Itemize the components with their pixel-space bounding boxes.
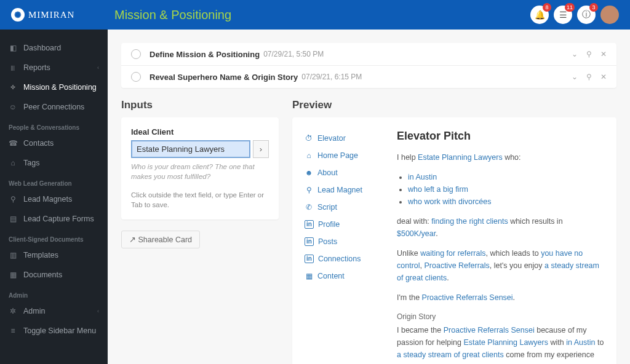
- task-list: Define Mission & Positioning 07/29/21, 5…: [121, 43, 616, 88]
- preview-nav-home-page[interactable]: ⌂Home Page: [305, 147, 385, 164]
- topbar: ✺ MIMIRAN Mission & Positioning 🔔8 ☰11 ⓘ…: [0, 0, 630, 30]
- preview-heading: Preview: [292, 99, 616, 111]
- preview-nav-script[interactable]: ✆Script: [305, 199, 385, 216]
- preview-nav-posts[interactable]: inPosts: [305, 233, 385, 250]
- preview-nav-connections[interactable]: inConnections: [305, 250, 385, 267]
- inputs-card: Ideal Client › Who is your dream client?…: [121, 117, 279, 220]
- sidebar: ◧Dashboard⫼Reports‹✧Mission & Positionin…: [0, 30, 108, 364]
- ideal-client-hint: Click outside the text field, or type En…: [131, 190, 269, 210]
- nav-icon: ☎: [9, 139, 17, 148]
- nav-icon: ⌂: [9, 159, 17, 167]
- ideal-client-help: Who is your dream client? The one that m…: [131, 162, 269, 181]
- notifications-button[interactable]: 🔔8: [530, 6, 549, 24]
- tasks-badge: 11: [565, 3, 575, 12]
- sidebar-item-contacts[interactable]: ☎Contacts: [0, 133, 108, 153]
- sidebar-item-peer-connections[interactable]: ☺Peer Connections: [0, 97, 108, 117]
- link-result[interactable]: $500K/year: [397, 229, 436, 238]
- preview-nav-content[interactable]: ▦Content: [305, 267, 385, 285]
- chevron-down-icon[interactable]: ⌄: [572, 50, 578, 58]
- nav-icon: ☺: [9, 103, 17, 111]
- nav-icon: ▤: [9, 215, 17, 223]
- sidebar-item-lead-magnets[interactable]: ⚲Lead Magnets: [0, 189, 108, 209]
- nav-icon: ✆: [305, 203, 313, 212]
- task-timestamp: 07/29/21, 5:50 PM: [263, 50, 324, 58]
- sidebar-item-mission-positioning[interactable]: ✧Mission & Positioning: [0, 77, 108, 97]
- link-os-client[interactable]: Estate Planning Lawyers: [463, 338, 548, 347]
- tasks-button[interactable]: ☰11: [554, 6, 572, 24]
- info-button[interactable]: ⓘ3: [577, 6, 596, 24]
- pin-icon[interactable]: ⚲: [586, 73, 592, 81]
- task-checkbox[interactable]: [131, 49, 141, 59]
- inputs-heading: Inputs: [121, 99, 279, 111]
- sidebar-item-reports[interactable]: ⫼Reports‹: [0, 58, 108, 77]
- sidebar-item-dashboard[interactable]: ◧Dashboard: [0, 38, 108, 58]
- sidebar-item-documents[interactable]: ▦Documents: [0, 265, 108, 285]
- notifications-badge: 8: [543, 3, 551, 12]
- task-checkbox[interactable]: [131, 72, 141, 82]
- task-title: Reveal Superhero Name & Origin Story: [150, 73, 298, 82]
- nav-icon: ⫼: [9, 63, 17, 72]
- origin-story-heading: Origin Story: [397, 311, 604, 323]
- sidebar-section-heading: Client-Signed Documents: [0, 229, 108, 245]
- nav-icon: ▥: [9, 251, 17, 259]
- topbar-actions: 🔔8 ☰11 ⓘ3: [530, 6, 619, 24]
- logo-text: MIMIRAN: [28, 10, 74, 20]
- elevator-pitch-body: I help Estate Planning Lawyers who: in A…: [397, 151, 604, 364]
- nav-icon: ◧: [9, 44, 17, 52]
- sidebar-item-admin[interactable]: ✲Admin‹: [0, 301, 108, 321]
- close-icon[interactable]: ✕: [600, 73, 607, 81]
- link-attr-2[interactable]: who work with divorcées: [408, 197, 491, 206]
- info-badge: 3: [589, 3, 598, 12]
- sidebar-section-heading: Web Lead Generation: [0, 173, 108, 189]
- link-attr-1[interactable]: who left a big firm: [408, 185, 468, 194]
- preview-nav-elevator[interactable]: ⏱Elevator: [305, 130, 385, 147]
- task-row[interactable]: Reveal Superhero Name & Origin Story 07/…: [121, 66, 616, 88]
- chevron-down-icon[interactable]: ⌄: [572, 73, 578, 81]
- pin-icon[interactable]: ⚲: [586, 50, 592, 58]
- sidebar-section-heading: Admin: [0, 285, 108, 301]
- linkedin-icon: in: [305, 237, 314, 246]
- task-row[interactable]: Define Mission & Positioning 07/29/21, 5…: [121, 43, 616, 66]
- link-ideal-client[interactable]: Estate Planning Lawyers: [418, 153, 503, 162]
- nav-icon: ⚲: [305, 186, 313, 194]
- nav-icon: ✧: [9, 83, 17, 92]
- main-content: Define Mission & Positioning 07/29/21, 5…: [108, 30, 630, 364]
- chevron-icon: ‹: [97, 308, 99, 314]
- logo-icon: ✺: [11, 8, 25, 22]
- sidebar-item-toggle-sidebar-menu[interactable]: ≡Toggle Sidebar Menu: [0, 321, 108, 341]
- ideal-client-input[interactable]: [131, 140, 250, 158]
- link-superhero[interactable]: Proactive Referrals Sensei: [422, 293, 513, 302]
- nav-icon: ⚲: [9, 195, 17, 204]
- link-os-superhero[interactable]: Proactive Referrals Sensei: [444, 326, 535, 334]
- preview-nav: ⏱Elevator⌂Home Page☻About⚲Lead Magnet✆Sc…: [305, 130, 385, 285]
- nav-icon: ⌂: [305, 151, 313, 160]
- nav-icon: ▦: [305, 272, 313, 280]
- sidebar-item-templates[interactable]: ▥Templates: [0, 245, 108, 265]
- nav-icon: ✲: [9, 307, 17, 315]
- preview-title: Elevator Pitch: [397, 130, 604, 143]
- sidebar-section-heading: People & Conversations: [0, 117, 108, 133]
- task-timestamp: 07/29/21, 6:15 PM: [301, 73, 362, 81]
- link-solution[interactable]: Proactive Referrals: [424, 261, 489, 270]
- preview-nav-lead-magnet[interactable]: ⚲Lead Magnet: [305, 181, 385, 199]
- sidebar-item-lead-capture-forms[interactable]: ▤Lead Capture Forms: [0, 209, 108, 229]
- logo[interactable]: ✺ MIMIRAN: [11, 8, 114, 22]
- nav-icon: ≡: [9, 326, 17, 335]
- link-os-benefit[interactable]: a steady stream of great clients: [397, 350, 504, 359]
- nav-icon: ⏱: [305, 134, 313, 143]
- task-title: Define Mission & Positioning: [150, 50, 260, 59]
- link-problem[interactable]: finding the right clients: [431, 217, 508, 226]
- preview-nav-about[interactable]: ☻About: [305, 164, 385, 181]
- shareable-card-button[interactable]: ↗ Shareable Card: [121, 231, 200, 248]
- ideal-client-next-button[interactable]: ›: [253, 140, 269, 158]
- link-location[interactable]: in Austin: [408, 173, 437, 181]
- sidebar-item-tags[interactable]: ⌂Tags: [0, 153, 108, 173]
- preview-nav-profile[interactable]: inProfile: [305, 216, 385, 233]
- link-os-location[interactable]: in Austin: [566, 338, 595, 347]
- avatar[interactable]: [600, 6, 619, 24]
- chevron-icon: ‹: [97, 65, 99, 71]
- ideal-client-label: Ideal Client: [131, 127, 269, 136]
- link-alternative[interactable]: waiting for referrals: [420, 249, 485, 258]
- nav-icon: ▦: [9, 271, 17, 279]
- close-icon[interactable]: ✕: [600, 50, 607, 58]
